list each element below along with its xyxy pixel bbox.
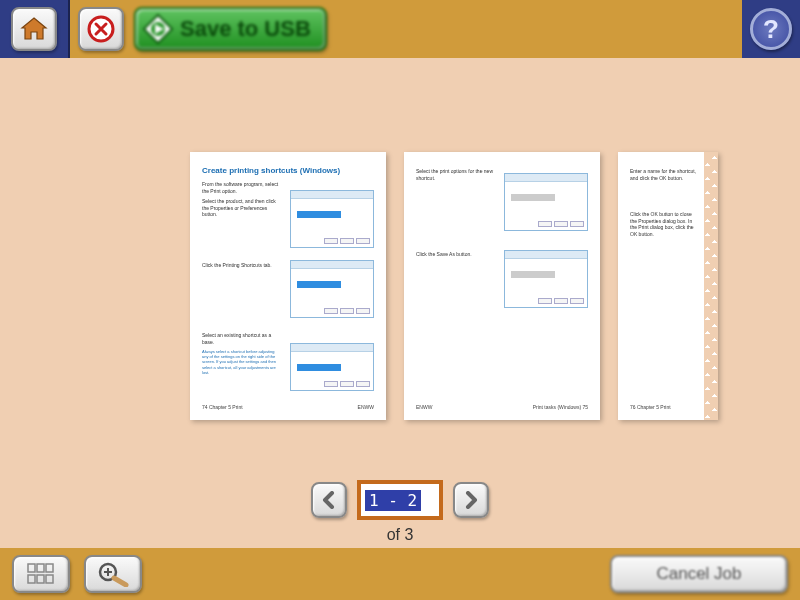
start-button-label: Save to USB [180,16,311,42]
page3-footer: 76 Chapter 5 Print [630,404,706,410]
page3-step7: Enter a name for the shortcut, and click… [630,168,700,181]
thumbnail-view-button[interactable] [12,555,70,593]
bottom-bar: Cancel Job [0,548,800,600]
page2-step5: Select the print options for the new sho… [416,168,496,181]
topbar-title-region: Save to USB [70,0,742,58]
bottom-left-group [12,555,142,593]
page2-footer: ENWW Print tasks (Windows) 75 [416,404,588,410]
preview-page-1[interactable]: Create printing shortcuts (Windows) From… [190,152,386,420]
help-icon: ? [763,14,779,45]
svg-rect-6 [37,575,44,583]
page-input[interactable]: 1 - 2 [357,480,443,520]
preview-page-3[interactable]: Enter a name for the shortcut, and click… [618,152,718,420]
page1-step4: Select an existing shortcut as a base. [202,332,282,345]
page1-footer-right: ENWW [358,404,374,410]
page2-footer-right: Print tasks (Windows) 75 [533,404,588,410]
chevron-left-icon [320,491,338,509]
prev-page-button[interactable] [311,482,347,518]
svg-rect-4 [46,564,53,572]
cancel-button[interactable] [78,7,124,51]
start-icon [142,13,174,45]
page2-footer-left: ENWW [416,404,432,410]
magnifier-plus-icon [96,561,130,587]
home-icon [19,15,49,43]
page1-note: Always select a shortcut before adjustin… [202,349,282,375]
svg-rect-7 [46,575,53,583]
page2-step6: Click the Save As button. [416,251,496,258]
zoom-button[interactable] [84,555,142,593]
next-page-button[interactable] [453,482,489,518]
page1-footer-left: 74 Chapter 5 Print [202,404,243,410]
cancel-job-button[interactable]: Cancel Job [610,555,788,593]
chevron-right-icon [462,491,480,509]
page1-footer: 74 Chapter 5 Print ENWW [202,404,374,410]
start-button[interactable]: Save to USB [134,7,327,51]
pages-row: Create printing shortcuts (Windows) From… [0,152,800,422]
topbar-left-region [0,0,70,58]
help-button[interactable]: ? [750,8,792,50]
page-input-value: 1 - 2 [365,490,421,511]
preview-area: Create printing shortcuts (Windows) From… [0,58,800,548]
page1-step3: Click the Printing Shortcuts tab. [202,262,282,269]
home-button[interactable] [11,7,57,51]
torn-edge [704,152,718,420]
page-count-label: of 3 [0,526,800,544]
dialog-thumb [290,343,374,391]
svg-rect-5 [28,575,35,583]
cancel-job-label: Cancel Job [656,564,741,584]
svg-rect-3 [37,564,44,572]
page1-step1: From the software program, select the Pr… [202,181,282,194]
page1-step2: Select the product, and then click the P… [202,198,282,218]
page-nav: 1 - 2 [0,480,800,520]
page3-footer-left: 76 Chapter 5 Print [630,404,671,410]
grid-icon [27,563,55,585]
svg-rect-2 [28,564,35,572]
dialog-thumb [290,260,374,318]
preview-page-2[interactable]: Select the print options for the new sho… [404,152,600,420]
cancel-icon [86,14,116,44]
page1-title: Create printing shortcuts (Windows) [202,166,374,175]
page3-step8: Click the OK button to close the Propert… [630,211,700,237]
dialog-thumb [504,173,588,231]
dialog-thumb [504,250,588,308]
dialog-thumb [290,190,374,248]
topbar-right-region: ? [742,0,800,58]
